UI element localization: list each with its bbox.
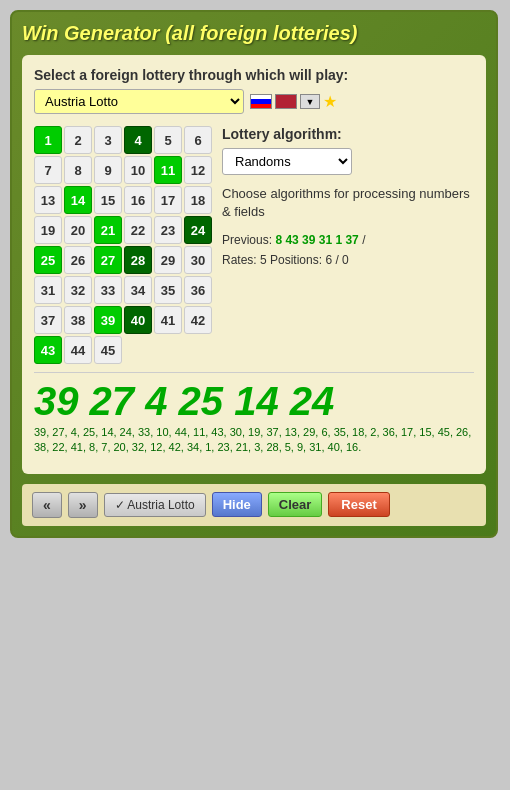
lottery-label-button[interactable]: ✓ Austria Lotto	[104, 493, 206, 517]
num-cell-6[interactable]: 6	[184, 126, 212, 154]
grid-row: 789101112	[34, 156, 212, 184]
previous-numbers: 8 43 39 31 1 37	[275, 233, 358, 247]
num-cell-32[interactable]: 32	[64, 276, 92, 304]
num-cell-22[interactable]: 22	[124, 216, 152, 244]
num-cell-45[interactable]: 45	[94, 336, 122, 364]
num-cell-3[interactable]: 3	[94, 126, 122, 154]
num-cell-9[interactable]: 9	[94, 156, 122, 184]
num-cell-38[interactable]: 38	[64, 306, 92, 334]
bottom-bar: « » ✓ Austria Lotto Hide Clear Reset	[22, 484, 486, 526]
num-cell-27[interactable]: 27	[94, 246, 122, 274]
num-cell-16[interactable]: 16	[124, 186, 152, 214]
grid-row: 252627282930	[34, 246, 212, 274]
flag-icons: ▼ ★	[250, 92, 337, 111]
num-cell-30[interactable]: 30	[184, 246, 212, 274]
numbers-grid: 1234567891011121314151617181920212223242…	[34, 126, 212, 366]
grid-row: 373839404142	[34, 306, 212, 334]
num-cell-10[interactable]: 10	[124, 156, 152, 184]
num-cell-17[interactable]: 17	[154, 186, 182, 214]
num-cell-13[interactable]: 13	[34, 186, 62, 214]
flag-other-icon: ▼	[300, 94, 320, 109]
grid-row: 434445	[34, 336, 212, 364]
grid-row: 123456	[34, 126, 212, 154]
lottery-select-row: Austria LottoEuroMillionsPowerBallMegaMi…	[34, 89, 474, 114]
num-cell-31[interactable]: 31	[34, 276, 62, 304]
num-cell-25[interactable]: 25	[34, 246, 62, 274]
num-cell-40[interactable]: 40	[124, 306, 152, 334]
select-label: Select a foreign lottery through which w…	[34, 67, 474, 83]
flag-russia-icon	[250, 94, 272, 109]
num-cell-5[interactable]: 5	[154, 126, 182, 154]
prev-button[interactable]: «	[32, 492, 62, 518]
num-cell-33[interactable]: 33	[94, 276, 122, 304]
num-cell-26[interactable]: 26	[64, 246, 92, 274]
num-cell-18[interactable]: 18	[184, 186, 212, 214]
num-cell-28[interactable]: 28	[124, 246, 152, 274]
previous-label: Previous:	[222, 233, 272, 247]
num-cell-15[interactable]: 15	[94, 186, 122, 214]
num-cell-8[interactable]: 8	[64, 156, 92, 184]
clear-button[interactable]: Clear	[268, 492, 323, 517]
num-cell-42[interactable]: 42	[184, 306, 212, 334]
star-icon: ★	[323, 92, 337, 111]
num-cell-20[interactable]: 20	[64, 216, 92, 244]
num-cell-39[interactable]: 39	[94, 306, 122, 334]
grid-row: 192021222324	[34, 216, 212, 244]
hide-button[interactable]: Hide	[212, 492, 262, 517]
algo-label: Lottery algorithm:	[222, 126, 474, 142]
app-window: Win Generator (all foreign lotteries) Se…	[10, 10, 498, 538]
num-cell-35[interactable]: 35	[154, 276, 182, 304]
num-cell-19[interactable]: 19	[34, 216, 62, 244]
num-cell-7[interactable]: 7	[34, 156, 62, 184]
previous-info: Previous: 8 43 39 31 1 37 / Rates: 5 Pos…	[222, 231, 474, 269]
num-cell-14[interactable]: 14	[64, 186, 92, 214]
lottery-select[interactable]: Austria LottoEuroMillionsPowerBallMegaMi…	[34, 89, 244, 114]
main-panel: Select a foreign lottery through which w…	[22, 55, 486, 474]
num-cell-29[interactable]: 29	[154, 246, 182, 274]
algorithm-panel: Lottery algorithm: RandomsSequentialPatt…	[222, 126, 474, 366]
rates-label: Rates: 5 Positions: 6 / 0	[222, 253, 349, 267]
divider	[34, 372, 474, 373]
small-numbers: 39, 27, 4, 25, 14, 24, 33, 10, 44, 11, 4…	[34, 425, 474, 456]
num-cell-21[interactable]: 21	[94, 216, 122, 244]
next-button[interactable]: »	[68, 492, 98, 518]
num-cell-1[interactable]: 1	[34, 126, 62, 154]
flag-us-icon	[275, 94, 297, 109]
num-cell-44[interactable]: 44	[64, 336, 92, 364]
separator: /	[362, 233, 365, 247]
content-area: 1234567891011121314151617181920212223242…	[34, 126, 474, 366]
num-cell-24[interactable]: 24	[184, 216, 212, 244]
grid-row: 131415161718	[34, 186, 212, 214]
big-numbers: 39 27 4 25 14 24	[34, 381, 474, 421]
num-cell-41[interactable]: 41	[154, 306, 182, 334]
reset-button[interactable]: Reset	[328, 492, 389, 517]
num-cell-11[interactable]: 11	[154, 156, 182, 184]
grid-row: 313233343536	[34, 276, 212, 304]
num-cell-4[interactable]: 4	[124, 126, 152, 154]
num-cell-36[interactable]: 36	[184, 276, 212, 304]
num-cell-34[interactable]: 34	[124, 276, 152, 304]
num-cell-37[interactable]: 37	[34, 306, 62, 334]
num-cell-43[interactable]: 43	[34, 336, 62, 364]
algo-description: Choose algorithms for processing numbers…	[222, 185, 474, 221]
num-cell-23[interactable]: 23	[154, 216, 182, 244]
num-cell-12[interactable]: 12	[184, 156, 212, 184]
app-title: Win Generator (all foreign lotteries)	[22, 22, 486, 45]
algorithm-select[interactable]: RandomsSequentialPattern	[222, 148, 352, 175]
num-cell-2[interactable]: 2	[64, 126, 92, 154]
